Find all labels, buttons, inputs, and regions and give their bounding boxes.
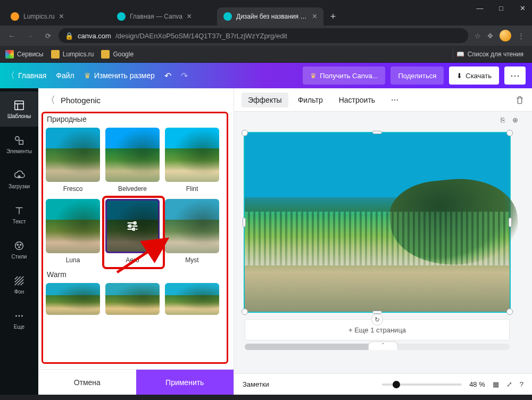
close-icon[interactable]: ×: [312, 12, 317, 21]
redo-button[interactable]: ↷: [181, 71, 188, 81]
nav-back-button[interactable]: ←: [4, 28, 19, 43]
filter-warm-3[interactable]: [165, 283, 219, 315]
duplicate-page-icon[interactable]: ⎘: [501, 116, 505, 124]
rail-background[interactable]: Фон: [0, 267, 38, 302]
nav-forward-button[interactable]: →: [22, 28, 37, 43]
styles-icon: [13, 240, 25, 252]
new-tab-button[interactable]: +: [326, 9, 340, 24]
get-pro-button[interactable]: ♛Получить Canva...: [303, 66, 385, 85]
share-button[interactable]: Поделиться: [390, 66, 444, 85]
rail-more[interactable]: Еще: [0, 302, 38, 337]
filter-aero[interactable]: Aero: [105, 199, 160, 264]
bookmark-lumpics[interactable]: Lumpics.ru: [51, 50, 94, 59]
rail-label: Еще: [14, 324, 24, 330]
rail-elements[interactable]: Элементы: [0, 127, 38, 162]
tab-canva-design[interactable]: Дизайн без названия — 1024 ×: [217, 7, 323, 26]
panel-body: Природные Fresco Belvedere Flint Luna: [38, 112, 234, 369]
share-label: Поделиться: [398, 72, 436, 80]
close-icon[interactable]: ×: [187, 12, 192, 21]
delete-button[interactable]: [515, 95, 525, 105]
resize-handle-top[interactable]: [372, 131, 382, 134]
uploads-icon: [13, 170, 25, 181]
undo-button[interactable]: ↶: [164, 71, 171, 81]
file-menu[interactable]: Файл: [56, 71, 74, 80]
rail-text[interactable]: Текст: [0, 197, 38, 232]
filter-myst[interactable]: Myst: [165, 199, 219, 264]
collapse-pages-button[interactable]: ˆ: [368, 341, 398, 350]
notes-button[interactable]: Заметки: [243, 380, 269, 388]
favicon: [11, 12, 19, 21]
filter-preview: [165, 199, 219, 253]
browser-tabs: Lumpics.ru × Главная — Canva × Дизайн бе…: [0, 5, 532, 26]
menu-icon[interactable]: ⋮: [518, 32, 525, 40]
more-icon: ⋯: [510, 70, 520, 81]
zoom-slider-thumb[interactable]: [393, 381, 400, 388]
ctx-more[interactable]: ⋯: [385, 93, 405, 107]
svg-rect-0: [15, 101, 24, 110]
resize-handle-right[interactable]: [509, 218, 512, 227]
panel-back-button[interactable]: 〈: [46, 94, 55, 106]
selected-image[interactable]: [245, 133, 510, 312]
filter-warm-1[interactable]: [46, 283, 100, 315]
rail-uploads[interactable]: Загрузки: [0, 162, 38, 197]
ctx-filter[interactable]: Фильтр: [292, 93, 329, 107]
folder-icon: [101, 50, 110, 59]
download-button[interactable]: ⬇Скачать: [449, 66, 499, 85]
close-icon[interactable]: ×: [59, 12, 64, 21]
resize-handle-left[interactable]: [243, 218, 246, 227]
filter-luna[interactable]: Luna: [46, 199, 100, 264]
filter-warm-2[interactable]: [105, 283, 160, 315]
add-page-button[interactable]: ↻ + Еще 1 страница: [245, 319, 510, 340]
filter-preview: [105, 283, 160, 315]
window-close[interactable]: ✕: [517, 4, 528, 12]
ctx-effects[interactable]: Эффекты: [242, 93, 288, 107]
filter-belvedere[interactable]: Belvedere: [105, 128, 160, 193]
extension-icon[interactable]: ✥: [487, 32, 493, 40]
zoom-slider[interactable]: [382, 384, 462, 386]
rail-templates[interactable]: Шаблоны: [0, 91, 38, 127]
star-icon[interactable]: ☆: [475, 32, 481, 40]
help-icon[interactable]: ?: [520, 380, 523, 388]
filter-preview: [105, 128, 160, 182]
filter-preview: [105, 199, 160, 253]
nav-reload-button[interactable]: ⟳: [40, 28, 55, 43]
scrollbar-thumb[interactable]: [245, 344, 388, 350]
home-button[interactable]: 〈Главная: [6, 70, 46, 81]
profile-avatar[interactable]: [500, 30, 511, 41]
rail-styles[interactable]: Стили: [0, 232, 38, 267]
filter-fresco[interactable]: Fresco: [46, 128, 100, 193]
section-warm: Warm: [47, 270, 226, 279]
resize-handle-br[interactable]: [506, 309, 513, 315]
window-minimize[interactable]: —: [475, 4, 485, 12]
tab-canva-home[interactable]: Главная — Canva ×: [111, 7, 217, 26]
titlebar: [0, 0, 532, 5]
reading-list-button[interactable]: 📖 Список для чтения: [453, 49, 527, 60]
resize-handle-bl[interactable]: [242, 309, 248, 315]
fullscreen-icon[interactable]: ⤢: [506, 380, 512, 388]
canvas-viewport[interactable]: ⎘ ⊕ ↻ + Еще 1 страница: [234, 112, 532, 373]
filter-label: Aero: [126, 256, 139, 264]
apply-button[interactable]: Применить: [136, 370, 234, 395]
filter-flint[interactable]: Flint: [165, 128, 219, 193]
cancel-button[interactable]: Отмена: [38, 370, 136, 395]
address-bar[interactable]: 🔒 canva.com/design/DAEnXoP5oSM/14Q1T37r_…: [59, 28, 468, 43]
filter-preview: [46, 283, 100, 315]
ctx-adjust[interactable]: Настроить: [332, 93, 381, 107]
bookmark-google[interactable]: Google: [101, 50, 134, 59]
download-icon: ⬇: [456, 72, 462, 80]
grid-view-icon[interactable]: ▦: [493, 380, 499, 388]
canvas-page[interactable]: [245, 133, 510, 312]
add-page-icon[interactable]: ⊕: [512, 116, 518, 124]
resize-button[interactable]: ♛Изменить размер: [84, 71, 155, 80]
filter-preview: [46, 128, 100, 182]
zoom-value[interactable]: 48 %: [469, 380, 485, 388]
filter-adjust-overlay[interactable]: [105, 199, 160, 253]
svg-point-7: [15, 315, 17, 316]
bookmark-services[interactable]: Сервисы: [5, 50, 44, 59]
elements-icon: [13, 135, 25, 146]
resize-handle-tr[interactable]: [506, 130, 513, 136]
window-maximize[interactable]: □: [496, 4, 506, 12]
tab-lumpics[interactable]: Lumpics.ru ×: [4, 7, 111, 26]
resize-handle-tl[interactable]: [242, 130, 248, 136]
more-button[interactable]: ⋯: [504, 66, 526, 85]
